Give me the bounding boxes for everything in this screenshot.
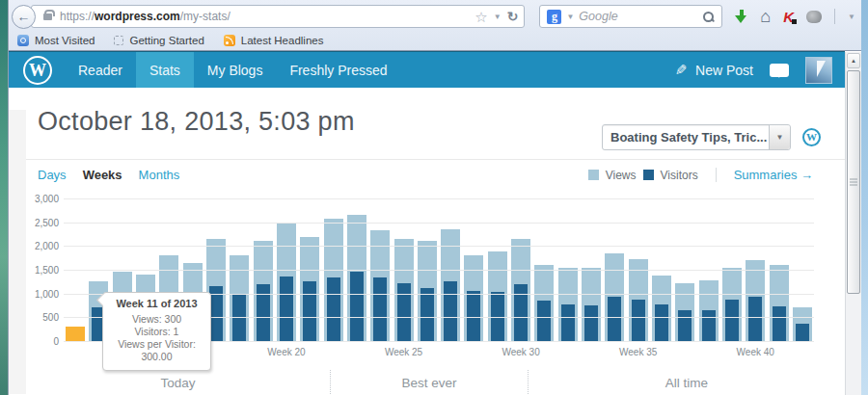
- views-bar[interactable]: [66, 327, 85, 341]
- views-bar[interactable]: [277, 223, 296, 341]
- views-bar[interactable]: [347, 215, 366, 341]
- views-bar[interactable]: [511, 239, 530, 341]
- tab-months[interactable]: Months: [139, 168, 180, 182]
- section-all-time: All time: [528, 370, 845, 394]
- visitors-bar[interactable]: [796, 324, 809, 341]
- visitors-bar[interactable]: [444, 281, 457, 341]
- visitors-bar[interactable]: [748, 297, 762, 341]
- visitors-bar[interactable]: [467, 291, 480, 341]
- home-icon[interactable]: ⌂: [760, 8, 771, 25]
- nav-item-freshly-pressed[interactable]: Freshly Pressed: [276, 52, 400, 88]
- visitors-bar[interactable]: [608, 297, 621, 341]
- views-bar[interactable]: [605, 253, 624, 341]
- visitors-bar[interactable]: [537, 301, 551, 341]
- y-tick-label: 2,000: [35, 241, 59, 251]
- scrollbar[interactable]: ▲: [845, 52, 861, 395]
- visitors-bar[interactable]: [350, 272, 364, 341]
- visitors-bar[interactable]: [632, 300, 645, 341]
- url-bar[interactable]: https://wordpress.com/my-stats/ ☆ ▼ ↻: [31, 5, 525, 28]
- bookmark-star-icon[interactable]: ☆: [475, 10, 487, 24]
- engine-dropdown-icon[interactable]: ▼: [566, 13, 574, 21]
- nav-item-reader[interactable]: Reader: [65, 52, 136, 88]
- desktop-wallpaper-right: [861, 0, 868, 395]
- wordpress-blog-icon[interactable]: W: [802, 128, 821, 146]
- nav-item-my-blogs[interactable]: My Blogs: [194, 52, 277, 88]
- back-button[interactable]: ←: [12, 5, 36, 29]
- page-title: October 18, 2013, 5:03 pm: [38, 107, 355, 137]
- y-tick-label: 500: [42, 312, 59, 323]
- views-bar[interactable]: [418, 241, 437, 341]
- browser-chrome: ← https://wordpress.com/my-stats/ ☆ ▼ ↻ …: [9, 0, 861, 51]
- views-bar[interactable]: [558, 268, 578, 341]
- new-post-button[interactable]: ✎ New Post: [675, 62, 754, 79]
- views-bar[interactable]: [652, 276, 671, 341]
- views-bar[interactable]: [746, 260, 765, 341]
- views-bar[interactable]: [488, 251, 507, 341]
- views-bar[interactable]: [464, 255, 483, 341]
- visitors-bar[interactable]: [678, 310, 692, 341]
- views-bar[interactable]: [770, 265, 789, 341]
- visitors-bar[interactable]: [373, 277, 387, 341]
- scrollbar-thumb[interactable]: [847, 70, 860, 294]
- bookmark-most-visited[interactable]: Most Visited: [17, 35, 95, 46]
- views-bar[interactable]: [230, 255, 249, 341]
- google-engine-icon[interactable]: g: [547, 10, 561, 24]
- url-dropdown-icon[interactable]: ▼: [494, 13, 502, 21]
- chart-legend: Views Visitors Summaries →: [588, 168, 813, 182]
- getting-started-icon: [114, 36, 123, 45]
- views-bar[interactable]: [699, 280, 719, 341]
- visitors-bar[interactable]: [725, 300, 739, 341]
- tab-weeks[interactable]: Weeks: [83, 168, 122, 182]
- bookmark-latest-headlines[interactable]: Latest Headlines: [224, 35, 324, 46]
- views-bar[interactable]: [534, 265, 554, 341]
- chart-tooltip: Week 11 of 2013 Views: 300 Visitors: 1 V…: [102, 292, 211, 371]
- blog-selector-arrow-icon[interactable]: ▼: [769, 125, 790, 149]
- visitors-bar[interactable]: [280, 276, 293, 341]
- addon-icon[interactable]: [806, 11, 822, 23]
- pencil-icon: ✎: [675, 62, 688, 79]
- views-bar[interactable]: [300, 237, 319, 341]
- views-bar[interactable]: [675, 283, 694, 341]
- search-icon[interactable]: [702, 11, 715, 23]
- visitors-bar[interactable]: [773, 306, 786, 342]
- reload-icon[interactable]: ↻: [507, 9, 519, 24]
- y-tick-label: 2,500: [35, 217, 59, 227]
- visitors-bar[interactable]: [584, 305, 598, 341]
- nav-item-stats[interactable]: Stats: [136, 52, 194, 88]
- blog-selector-value: Boating Safety Tips, Tric...: [603, 130, 769, 145]
- summaries-link[interactable]: Summaries →: [734, 168, 813, 182]
- views-bar[interactable]: [254, 241, 273, 341]
- y-axis-labels: 3,0002,5002,0001,5001,0005000: [9, 198, 59, 342]
- visitors-bar[interactable]: [655, 304, 668, 341]
- visitors-bar[interactable]: [397, 283, 411, 341]
- toolbar-overflow-icon[interactable]: ▼: [848, 13, 855, 21]
- ssl-lock-icon[interactable]: [43, 13, 52, 20]
- bookmark-getting-started[interactable]: Getting Started: [114, 35, 203, 46]
- visitors-legend-swatch: [643, 170, 654, 180]
- views-bar[interactable]: [722, 268, 742, 341]
- search-input[interactable]: Google: [579, 10, 697, 23]
- section-today: Today: [26, 370, 330, 394]
- views-bar[interactable]: [324, 219, 343, 341]
- views-bar[interactable]: [793, 307, 812, 341]
- download-icon[interactable]: [735, 9, 747, 24]
- visitors-bar[interactable]: [209, 286, 223, 341]
- visitors-bar[interactable]: [702, 310, 716, 341]
- notifications-icon[interactable]: [770, 64, 789, 77]
- wordpress-logo-icon[interactable]: W: [23, 56, 52, 85]
- tab-days[interactable]: Days: [38, 168, 67, 182]
- blog-selector[interactable]: Boating Safety Tips, Tric... ▼: [602, 124, 791, 150]
- views-bar[interactable]: [394, 239, 414, 341]
- search-box[interactable]: g ▼ Google: [539, 5, 722, 28]
- scrollbar-up-icon[interactable]: ▲: [847, 53, 860, 68]
- avatar[interactable]: [805, 57, 832, 84]
- visitors-bar[interactable]: [561, 304, 575, 341]
- kaspersky-addon-icon[interactable]: K: [783, 10, 794, 24]
- visitors-bar[interactable]: [327, 277, 340, 341]
- legend-separator: [716, 168, 717, 182]
- visitors-bar[interactable]: [420, 288, 434, 341]
- most-visited-icon: [17, 35, 29, 46]
- views-bar[interactable]: [629, 259, 648, 341]
- views-bar[interactable]: [582, 268, 601, 341]
- visitors-bar[interactable]: [303, 281, 316, 341]
